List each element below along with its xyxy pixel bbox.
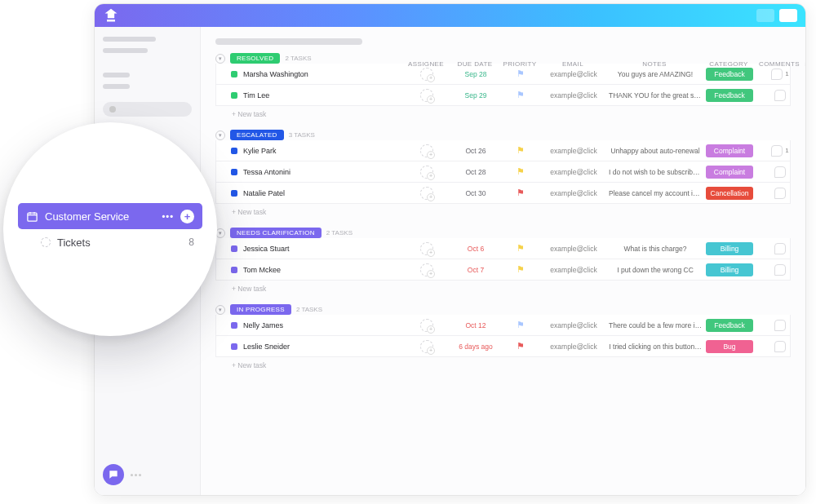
col-satisfaction[interactable]: SATISFACTION LEVEL: [805, 60, 805, 68]
status-square-icon: [231, 190, 237, 197]
assignee-add-icon[interactable]: [420, 166, 433, 179]
space-title: Customer Service: [45, 210, 129, 223]
email-value: example@click: [541, 266, 606, 274]
col-category[interactable]: CATEGORY: [703, 60, 754, 68]
comment-icon[interactable]: [774, 320, 786, 331]
category-tag[interactable]: Feedback: [706, 89, 753, 102]
task-name-cell[interactable]: Tom Mckee: [231, 266, 402, 274]
task-name-cell[interactable]: Leslie Sneider: [231, 343, 402, 351]
chat-icon: [108, 469, 119, 480]
col-assignee[interactable]: ASSIGNEE: [401, 60, 450, 68]
table-row[interactable]: Jessica StuartOct 6⚑example@clickWhat is…: [215, 238, 791, 259]
assignee-add-icon[interactable]: [420, 68, 433, 81]
new-task-button[interactable]: + New task: [215, 357, 791, 371]
due-date[interactable]: Oct 12: [451, 321, 500, 329]
due-date[interactable]: Oct 26: [451, 147, 500, 155]
table-row[interactable]: Tom MckeeOct 7⚑example@clickI put down t…: [215, 259, 791, 281]
category-tag[interactable]: Billing: [706, 263, 753, 276]
comment-icon[interactable]: [774, 243, 786, 254]
assignee-add-icon[interactable]: [420, 340, 433, 353]
sidebar-search[interactable]: [103, 102, 192, 117]
new-task-button[interactable]: + New task: [215, 106, 791, 120]
due-date[interactable]: Oct 7: [451, 266, 500, 274]
task-name-cell[interactable]: Nelly James: [231, 321, 402, 329]
status-label[interactable]: ESCALATED: [230, 130, 284, 140]
status-label[interactable]: RESOLVED: [230, 53, 280, 64]
priority-flag-icon[interactable]: ⚑: [500, 69, 541, 79]
due-date[interactable]: 6 days ago: [451, 343, 500, 351]
sidebar-list-row[interactable]: Tickets 8: [18, 229, 202, 255]
col-due-date[interactable]: DUE DATE: [450, 60, 499, 68]
category-tag[interactable]: Cancellation: [706, 187, 753, 200]
category-tag[interactable]: Feedback: [706, 319, 753, 332]
category-tag[interactable]: Bug: [706, 340, 753, 353]
due-date[interactable]: Oct 28: [451, 168, 500, 176]
comment-icon[interactable]: [774, 90, 786, 101]
more-button[interactable]: •••: [162, 211, 174, 221]
assignee-add-icon[interactable]: [420, 187, 433, 200]
priority-flag-icon[interactable]: ⚑: [500, 188, 541, 198]
assignee-add-icon[interactable]: [420, 89, 433, 102]
priority-flag-icon[interactable]: ⚑: [500, 341, 541, 351]
table-row[interactable]: Tim LeeSep 29⚑example@clickTHANK YOU for…: [215, 85, 791, 106]
task-name-cell[interactable]: Marsha Washington: [231, 70, 402, 78]
category-tag[interactable]: Feedback: [706, 68, 753, 81]
table-row[interactable]: Kylie ParkOct 26⚑example@clickUnhappy ab…: [215, 140, 791, 161]
task-name: Tessa Antonini: [243, 168, 290, 176]
sidebar-space-row[interactable]: Customer Service ••• +: [18, 203, 202, 229]
comment-icon[interactable]: [774, 166, 786, 178]
collapse-toggle[interactable]: ▾: [215, 54, 225, 64]
due-date[interactable]: Sep 28: [451, 70, 500, 78]
priority-flag-icon[interactable]: ⚑: [500, 320, 541, 330]
task-count: 3 TASKS: [289, 131, 315, 139]
status-square-icon: [231, 322, 237, 329]
task-name-cell[interactable]: Natalie Patel: [231, 189, 402, 197]
priority-flag-icon[interactable]: ⚑: [500, 243, 541, 254]
category-tag[interactable]: Complaint: [706, 166, 753, 179]
due-date[interactable]: Oct 30: [451, 189, 500, 197]
chat-button[interactable]: [103, 464, 124, 485]
col-email[interactable]: EMAIL: [540, 60, 605, 68]
comment-icon[interactable]: [774, 264, 786, 276]
task-name-cell[interactable]: Tessa Antonini: [231, 168, 402, 176]
status-label[interactable]: NEEDS CLARIFICATION: [230, 228, 322, 238]
category-tag[interactable]: Complaint: [706, 144, 753, 157]
comment-icon[interactable]: [774, 188, 786, 199]
add-button[interactable]: +: [180, 210, 194, 223]
assignee-add-icon[interactable]: [420, 144, 433, 157]
task-group: ▾NEEDS CLARIFICATION2 TASKSJessica Stuar…: [215, 228, 791, 294]
assignee-add-icon[interactable]: [420, 263, 433, 276]
assignee-add-icon[interactable]: [420, 319, 433, 332]
due-date[interactable]: Oct 6: [451, 245, 500, 253]
priority-flag-icon[interactable]: ⚑: [500, 264, 541, 275]
task-name-cell[interactable]: Jessica Stuart: [231, 245, 402, 253]
new-task-button[interactable]: + New task: [215, 281, 791, 294]
col-notes[interactable]: NOTES: [605, 60, 703, 68]
task-name-cell[interactable]: Kylie Park: [231, 147, 402, 155]
due-date[interactable]: Sep 29: [451, 91, 500, 99]
table-row[interactable]: Natalie PatelOct 30⚑example@clickPlease …: [215, 183, 791, 204]
table-row[interactable]: Nelly JamesOct 12⚑example@clickThere cou…: [215, 315, 791, 336]
comment-icon[interactable]: [774, 341, 786, 352]
table-row[interactable]: Tessa AntoniniOct 28⚑example@clickI do n…: [215, 161, 791, 183]
priority-flag-icon[interactable]: ⚑: [500, 90, 541, 100]
table-row[interactable]: Leslie Sneider6 days ago⚑example@clickI …: [215, 336, 791, 357]
topbar-button-b[interactable]: [779, 9, 797, 22]
new-task-button[interactable]: + New task: [215, 204, 791, 218]
priority-flag-icon[interactable]: ⚑: [500, 145, 541, 156]
status-label[interactable]: IN PROGRESS: [230, 304, 291, 315]
topbar-button-a[interactable]: [756, 9, 774, 22]
comment-icon[interactable]: [771, 145, 783, 157]
comment-icon[interactable]: [771, 69, 783, 80]
assignee-add-icon[interactable]: [420, 242, 433, 255]
task-name-cell[interactable]: Tim Lee: [231, 91, 402, 99]
main: ASSIGNEE DUE DATE PRIORITY EMAIL NOTES C…: [201, 27, 805, 495]
priority-flag-icon[interactable]: ⚑: [500, 166, 541, 177]
collapse-toggle[interactable]: ▾: [215, 305, 225, 315]
status-square-icon: [231, 267, 237, 273]
calendar-icon: [26, 210, 38, 223]
col-comments[interactable]: COMMENTS: [754, 60, 805, 68]
collapse-toggle[interactable]: ▾: [215, 130, 225, 140]
col-priority[interactable]: PRIORITY: [499, 60, 540, 68]
category-tag[interactable]: Billing: [706, 242, 753, 255]
